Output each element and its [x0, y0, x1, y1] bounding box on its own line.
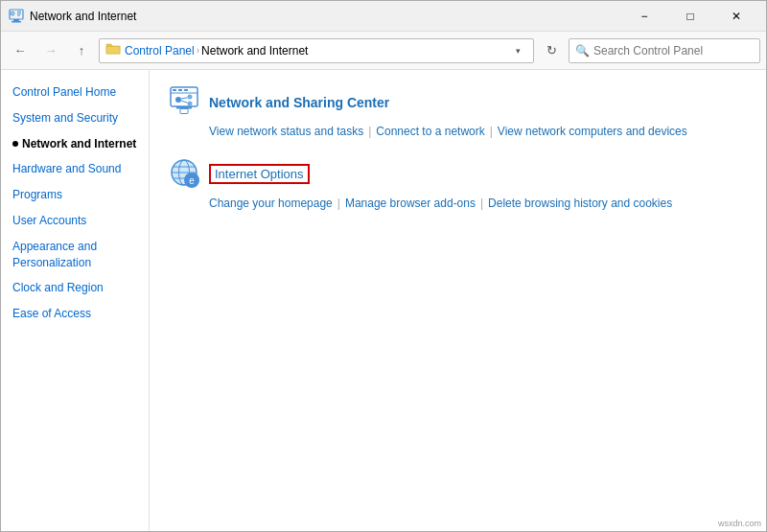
breadcrumb-current: Network and Internet — [201, 44, 308, 58]
sidebar-item-label: Clock and Region — [12, 280, 104, 296]
svg-rect-19 — [180, 109, 188, 114]
active-bullet — [12, 141, 18, 147]
address-bar-input[interactable]: Control Panel › Network and Internet ▾ — [99, 38, 534, 63]
svg-text:e: e — [189, 175, 195, 186]
network-sharing-icon — [169, 85, 199, 119]
back-button[interactable]: ← — [7, 37, 34, 64]
title-bar-controls: − □ ✕ — [622, 1, 758, 32]
main-layout: Control Panel HomeSystem and SecurityNet… — [1, 70, 766, 532]
maximize-button[interactable]: □ — [668, 1, 712, 32]
address-icon — [105, 41, 121, 59]
sidebar-item-appearance-personalization[interactable]: Appearance and Personalization — [1, 234, 149, 276]
sidebar-item-label: Ease of Access — [12, 306, 91, 322]
refresh-button[interactable]: ↻ — [538, 37, 565, 64]
sidebar-item-control-panel-home[interactable]: Control Panel Home — [1, 80, 149, 105]
close-button[interactable]: ✕ — [714, 1, 758, 32]
svg-point-13 — [175, 97, 181, 103]
sidebar-item-label: User Accounts — [12, 213, 86, 229]
svg-point-15 — [188, 102, 193, 106]
svg-point-14 — [188, 95, 193, 100]
link-separator: | — [368, 125, 371, 138]
title-bar: Network and Internet − □ ✕ — [1, 1, 766, 32]
up-button[interactable]: ↑ — [68, 37, 95, 64]
sidebar-item-label: Network and Internet — [22, 136, 136, 152]
svg-rect-11 — [178, 89, 182, 91]
sidebar-item-ease-access[interactable]: Ease of Access — [1, 301, 149, 327]
sidebar-item-label: Appearance and Personalization — [12, 239, 137, 271]
sidebar-item-network-internet: Network and Internet — [1, 131, 149, 157]
sidebar-item-label: Control Panel Home — [12, 84, 116, 101]
link-separator: | — [480, 197, 483, 210]
search-input[interactable] — [593, 44, 754, 58]
title-bar-title: Network and Internet — [30, 10, 622, 23]
svg-point-4 — [12, 12, 12, 13]
breadcrumb-path: Control Panel › Network and Internet — [125, 44, 504, 58]
search-icon: 🔍 — [575, 44, 590, 58]
breadcrumb-control-panel[interactable]: Control Panel — [125, 44, 195, 58]
internet-options-title[interactable]: Internet Options — [209, 164, 310, 184]
link-separator: | — [490, 125, 493, 138]
sidebar-item-label: System and Security — [12, 110, 118, 127]
svg-rect-12 — [184, 89, 188, 91]
internet-options-icon: e — [169, 157, 199, 191]
link-manage-addons[interactable]: Manage browser add-ons — [345, 197, 476, 210]
sidebar-item-system-security[interactable]: System and Security — [1, 105, 149, 131]
section-header: e Internet Options — [169, 157, 747, 191]
address-bar: ← → ↑ Control Panel › Network and Intern… — [1, 32, 766, 70]
link-view-status[interactable]: View network status and tasks — [209, 125, 363, 138]
sidebar-item-programs[interactable]: Programs — [1, 182, 149, 208]
sidebar: Control Panel HomeSystem and SecurityNet… — [1, 70, 150, 532]
section-links-network-sharing: View network status and tasks|Connect to… — [209, 125, 747, 138]
sidebar-item-label: Programs — [12, 187, 62, 203]
sidebar-item-clock-region[interactable]: Clock and Region — [1, 275, 149, 301]
sidebar-item-user-accounts[interactable]: User Accounts — [1, 208, 149, 234]
forward-button[interactable]: → — [37, 37, 64, 64]
section-title-network-sharing[interactable]: Network and Sharing Center — [209, 95, 389, 110]
link-change-homepage[interactable]: Change your homepage — [209, 197, 333, 210]
section-network-sharing: Network and Sharing CenterView network s… — [169, 85, 747, 138]
address-dropdown-button[interactable]: ▾ — [508, 38, 527, 63]
svg-line-17 — [181, 101, 188, 103]
section-header: Network and Sharing Center — [169, 85, 747, 119]
section-links-internet-options: Change your homepage|Manage browser add-… — [209, 197, 747, 210]
link-delete-history[interactable]: Delete browsing history and cookies — [488, 197, 672, 210]
sidebar-item-hardware-sound[interactable]: Hardware and Sound — [1, 156, 149, 182]
section-internet-options: e Internet OptionsChange your homepage|M… — [169, 157, 747, 210]
content-area: Network and Sharing CenterView network s… — [150, 70, 766, 532]
svg-rect-1 — [13, 19, 19, 21]
link-separator: | — [337, 197, 340, 210]
search-bar[interactable]: 🔍 — [569, 38, 760, 63]
title-bar-icon — [9, 9, 24, 24]
minimize-button[interactable]: − — [622, 1, 666, 32]
svg-rect-10 — [173, 89, 176, 91]
svg-line-16 — [181, 98, 188, 99]
svg-rect-2 — [12, 21, 21, 23]
link-view-computers[interactable]: View network computers and devices — [498, 125, 687, 138]
link-connect-network[interactable]: Connect to a network — [376, 125, 484, 138]
sidebar-item-label: Hardware and Sound — [12, 161, 121, 177]
